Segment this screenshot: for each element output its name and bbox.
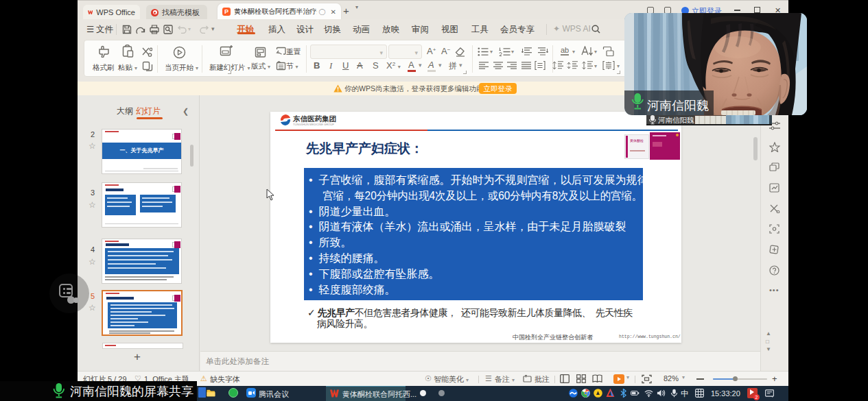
svg-text:河南信阳魏的屏幕共享: 河南信阳魏的屏幕共享 [70, 385, 193, 398]
svg-text:河南信阳魏: 河南信阳魏 [647, 99, 709, 112]
svg-text:河南信阳魏: 河南信阳魏 [658, 116, 694, 124]
